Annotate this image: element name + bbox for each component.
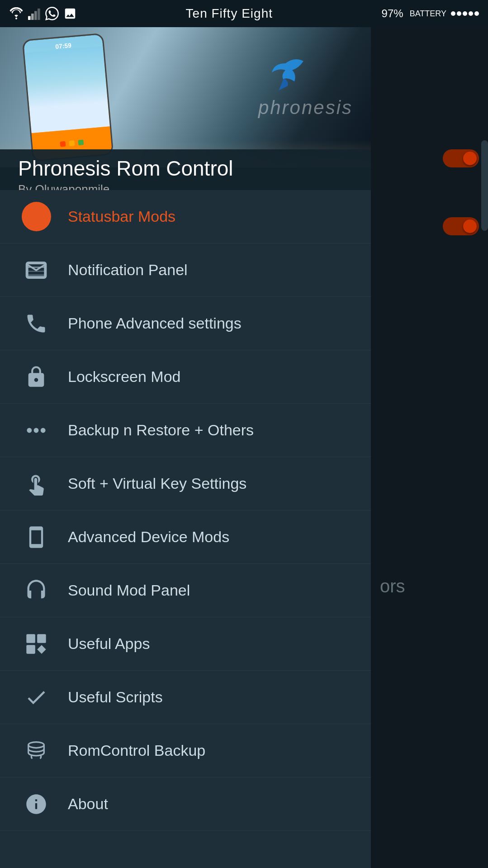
lockscreen-mod-icon	[24, 365, 48, 389]
svg-point-10	[34, 428, 39, 433]
phone-advanced-label: Phone Advanced settings	[68, 315, 242, 332]
toggle-switch-2[interactable]	[443, 217, 479, 235]
sidebar-item-statusbar-mods[interactable]: Statusbar Mods	[0, 190, 371, 243]
statusbar-mods-icon-wrapper	[18, 199, 54, 235]
hero-section: 07:59 phronesis	[0, 27, 371, 167]
status-bar: Ten Fifty Eight 97% BATTERY	[0, 0, 488, 27]
romcontrol-backup-label: RomControl Backup	[68, 742, 205, 759]
svg-rect-13	[26, 634, 35, 643]
svg-point-0	[15, 18, 17, 19]
svg-marker-16	[37, 645, 46, 654]
advanced-device-mods-label: Advanced Device Mods	[68, 528, 229, 546]
sidebar-item-advanced-device-mods[interactable]: Advanced Device Mods	[0, 510, 371, 564]
notification-panel-label: Notification Panel	[68, 261, 188, 279]
right-panel: ors	[371, 27, 488, 868]
scrollbar[interactable]	[481, 140, 488, 231]
battery-area: 97% BATTERY	[382, 7, 479, 20]
sidebar-item-backup-restore[interactable]: Backup n Restore + Others	[0, 404, 371, 457]
overlay-text: ors	[380, 576, 405, 596]
device-icon	[18, 519, 54, 555]
palette-icon	[27, 207, 46, 226]
sidebar-item-soft-virtual-key[interactable]: Soft + Virtual Key Settings	[0, 457, 371, 510]
svg-rect-2	[31, 14, 34, 20]
status-bar-time: Ten Fifty Eight	[186, 6, 273, 21]
toggle-knob-1	[463, 152, 477, 165]
sidebar-item-useful-apps[interactable]: Useful Apps	[0, 617, 371, 671]
database-icon	[18, 733, 54, 769]
useful-apps-label: Useful Apps	[68, 635, 150, 653]
app-title: Phronesis Rom Control	[18, 156, 353, 181]
toggle-switch-1[interactable]	[443, 149, 479, 167]
romcontrol-backup-icon	[24, 739, 48, 763]
svg-rect-4	[38, 9, 40, 20]
backup-restore-label: Backup n Restore + Others	[68, 421, 254, 439]
sound-mod-panel-label: Sound Mod Panel	[68, 582, 190, 599]
gallery-icon	[63, 7, 77, 20]
notification-panel-icon	[24, 258, 48, 282]
toggle-knob-2	[463, 219, 477, 233]
useful-scripts-label: Useful Scripts	[68, 688, 163, 706]
phone-advanced-icon	[24, 312, 48, 335]
svg-rect-3	[34, 11, 37, 20]
sidebar-item-sound-mod-panel[interactable]: Sound Mod Panel	[0, 564, 371, 617]
svg-point-9	[27, 428, 32, 433]
whatsapp-icon	[45, 7, 59, 20]
battery-dots	[451, 11, 479, 16]
backup-dots-icon	[18, 412, 54, 448]
signal-icon	[28, 7, 41, 20]
phone-mockup: 07:59	[22, 33, 114, 162]
sidebar-item-notification-panel[interactable]: Notification Panel	[0, 243, 371, 297]
battery-percentage: 97%	[382, 7, 403, 20]
phronesis-text: phronesis	[258, 97, 353, 119]
toggle-2[interactable]	[443, 217, 479, 235]
notification-icon	[18, 252, 54, 288]
svg-point-17	[28, 742, 44, 748]
useful-apps-icon	[24, 632, 48, 656]
phone-icon	[18, 305, 54, 342]
hero-background: 07:59 phronesis	[0, 27, 371, 167]
sidebar-item-useful-scripts[interactable]: Useful Scripts	[0, 671, 371, 724]
check-icon	[18, 679, 54, 715]
sidebar-item-romcontrol-backup[interactable]: RomControl Backup	[0, 724, 371, 777]
sidebar-item-about[interactable]: About	[0, 777, 371, 831]
apps-icon	[18, 626, 54, 662]
wifi-icon	[9, 7, 24, 20]
svg-rect-1	[28, 16, 31, 20]
svg-rect-15	[26, 645, 35, 654]
phronesis-bird-icon	[258, 54, 313, 100]
about-label: About	[68, 795, 108, 813]
svg-point-11	[41, 428, 46, 433]
soft-virtual-key-label: Soft + Virtual Key Settings	[68, 475, 246, 492]
phronesis-logo-text: phronesis	[258, 54, 353, 119]
lock-icon	[18, 359, 54, 395]
sidebar-item-phone-advanced[interactable]: Phone Advanced settings	[0, 297, 371, 350]
svg-rect-14	[37, 634, 46, 643]
sidebar-item-lockscreen-mod[interactable]: Lockscreen Mod	[0, 350, 371, 404]
status-icons	[9, 7, 77, 20]
lockscreen-mod-label: Lockscreen Mod	[68, 368, 180, 386]
sound-mod-panel-icon	[24, 579, 48, 602]
backup-restore-icon	[24, 419, 48, 442]
useful-scripts-icon	[24, 686, 48, 709]
info-icon	[18, 786, 54, 822]
advanced-device-mods-icon	[24, 525, 48, 549]
battery-label: BATTERY	[410, 9, 446, 19]
touch-icon	[18, 466, 54, 502]
statusbar-mods-label: Statusbar Mods	[68, 208, 175, 225]
sidebar-menu: Statusbar Mods Notification Panel Phone …	[0, 190, 371, 868]
toggle-1[interactable]	[443, 149, 479, 167]
soft-virtual-key-icon	[24, 472, 48, 496]
headphone-icon	[18, 572, 54, 609]
about-icon	[24, 792, 48, 816]
palette-icon-bg	[22, 202, 51, 231]
